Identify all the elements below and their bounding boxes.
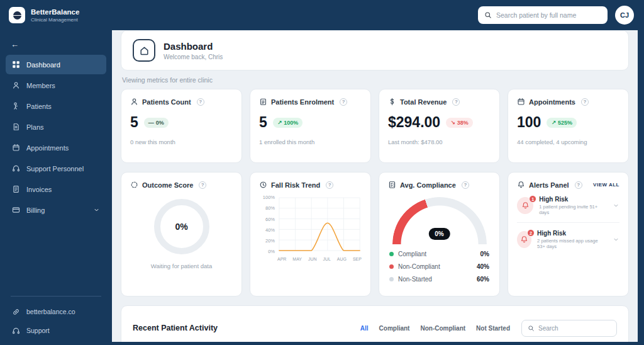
collapse-sidebar-button[interactable]: ← [11,40,21,49]
trend-arrow-icon: ↘ [450,120,455,126]
sidebar-item-icon [12,185,20,193]
filter-tab[interactable]: All [360,325,369,332]
help-icon[interactable]: ? [581,98,589,106]
sidebar-item-icon [12,123,20,131]
filter-tab[interactable]: Not Started [476,325,510,332]
help-icon[interactable]: ? [197,98,204,106]
page-header: Dashboard Welcome back, Chris [121,30,629,71]
sidebar-item[interactable]: Appointments [6,138,106,157]
help-icon[interactable]: ? [452,98,460,106]
outcome-donut: 0% [154,199,209,254]
brand-name: BetterBalance [31,8,79,16]
main-content: Dashboard Welcome back, Chris Viewing me… [112,30,638,342]
bell-icon [517,181,525,189]
sidebar-item-icon [12,60,20,69]
help-icon[interactable]: ? [326,181,333,189]
sidebar-item-label: Plans [26,123,44,131]
alert-description: 2 patients missed app usage 53+ days [537,238,607,249]
fall-risk-chart: 100%80%60%40%20%0% APRMAYJUNJULAUGSEP [259,195,362,261]
topbar: BetterBalance Clinical Management CJ [0,0,644,30]
filter-tab[interactable]: Compliant [379,325,410,332]
metric-value: 5 [259,114,267,131]
trend-arrow-icon: — [148,120,154,126]
patient-search-input[interactable] [496,11,601,19]
patient-search[interactable] [478,6,608,24]
fall-risk-title: Fall Risk Trend [271,181,320,189]
sidebar-item[interactable]: Patients [6,96,106,116]
sidebar-footer-label: betterbalance.co [26,308,75,315]
metric-icon [259,98,267,106]
activity-title: Recent Patient Activity [133,324,218,332]
sidebar-item-label: Members [26,82,55,89]
alerts-list: 1 High Risk 1 patient pending invite 51+… [517,189,619,256]
activity-search[interactable] [521,320,617,337]
alert-title: High Risk [537,230,607,237]
outcome-score-card: Outcome Score ? 0% Waiting for patient d… [121,172,242,297]
activity-search-input[interactable] [538,325,611,332]
sidebar-footer-label: Support [26,327,50,334]
legend-value: 60% [477,276,489,283]
sidebar-item[interactable]: Billing [6,200,106,220]
alert-title: High Risk [539,196,607,203]
alert-item[interactable]: 2 High Risk 2 patients missed app usage … [517,223,619,256]
sidebar-item[interactable]: Plans [6,117,106,137]
legend-dot-icon [389,277,394,281]
trend-badge: ↗100% [273,118,303,128]
sidebar-item[interactable]: Members [6,76,106,95]
sidebar-item-icon [12,206,20,214]
metric-value: 5 [130,114,138,131]
metric-title: Patients Enrolment [271,98,334,106]
sidebar-item-icon [12,102,20,110]
chevron-down-icon[interactable] [613,236,619,243]
sidebar-footer: betterbalance.co Support [0,296,112,340]
trend-badge: ↘38% [446,118,473,128]
metric-subtext: 0 new this month [130,139,233,145]
sidebar-footer-icon [12,308,20,316]
trend-badge: —0% [144,118,169,128]
metric-card: Appointments ? 100 ↗525% 44 completed, 4… [508,89,629,163]
metric-card: Patients Enrolment ? 5 ↗100% 1 enrolled … [250,89,371,163]
help-icon[interactable]: ? [575,181,582,189]
page-subtitle: Welcome back, Chris [164,54,223,60]
metric-cards: Patients Count ? 5 —0% 0 new this month … [121,89,629,163]
sidebar-item[interactable]: Invoices [6,179,106,199]
alert-bell-icon: 2 [517,231,531,248]
alerts-panel-card: Alerts Panel ? VIEW ALL 1 High Risk [508,172,629,297]
help-icon[interactable]: ? [199,181,206,189]
alerts-title: Alerts Panel [529,181,569,189]
avatar[interactable]: CJ [615,6,634,25]
sidebar-item[interactable]: Support Personnel [6,159,106,178]
y-axis-labels: 100%80%60%40%20%0% [259,195,275,254]
help-icon[interactable]: ? [462,181,469,189]
sidebar-item-label: Support Personnel [26,165,84,172]
outcome-title: Outcome Score [142,181,193,189]
home-icon [133,39,155,62]
outcome-icon [130,181,138,189]
recent-activity-panel: Recent Patient Activity All Compliant No… [121,305,629,342]
sidebar-item-icon [12,144,20,152]
alert-count-badge: 1 [529,195,536,203]
sidebar-footer-item[interactable]: betterbalance.co [6,302,106,321]
metric-icon [130,98,138,106]
metric-title: Appointments [529,98,575,106]
fall-risk-icon [259,181,267,189]
metric-subtext: 44 completed, 4 upcoming [517,139,619,145]
sidebar: ← Dashboard Members Patients [0,30,112,345]
chevron-down-icon[interactable] [613,202,619,209]
divider [11,296,101,297]
line-chart [277,195,362,254]
trend-badge: ↗525% [547,118,577,128]
help-icon[interactable]: ? [340,98,347,106]
alert-item[interactable]: 1 High Risk 1 patient pending invite 51+… [517,189,619,223]
activity-filters: All Compliant Non-Compliant Not Started [360,325,510,332]
compliance-gauge: 0% [392,197,487,245]
metric-value: 100 [517,114,541,131]
legend-dot-icon [389,264,394,269]
sidebar-item-label: Dashboard [26,61,60,69]
sidebar-item[interactable]: Dashboard [6,55,106,74]
sidebar-footer-item[interactable]: Support [6,321,106,340]
view-all-link[interactable]: VIEW ALL [593,182,619,188]
outcome-value: 0% [175,222,187,232]
filter-tab[interactable]: Non-Compliant [420,325,465,332]
sidebar-item-icon [12,164,20,172]
